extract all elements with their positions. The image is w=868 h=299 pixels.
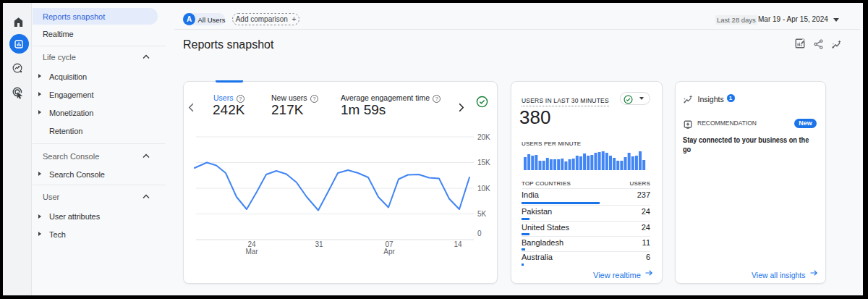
svg-text:31: 31 — [315, 240, 323, 248]
svg-text:0: 0 — [477, 229, 482, 237]
svg-text:Mar: Mar — [245, 248, 258, 256]
svg-text:15K: 15K — [477, 159, 490, 167]
svg-text:14: 14 — [454, 240, 462, 248]
svg-text:20K: 20K — [477, 133, 490, 141]
svg-text:10K: 10K — [477, 185, 490, 193]
svg-text:Apr: Apr — [383, 248, 395, 256]
svg-text:5K: 5K — [477, 210, 487, 218]
